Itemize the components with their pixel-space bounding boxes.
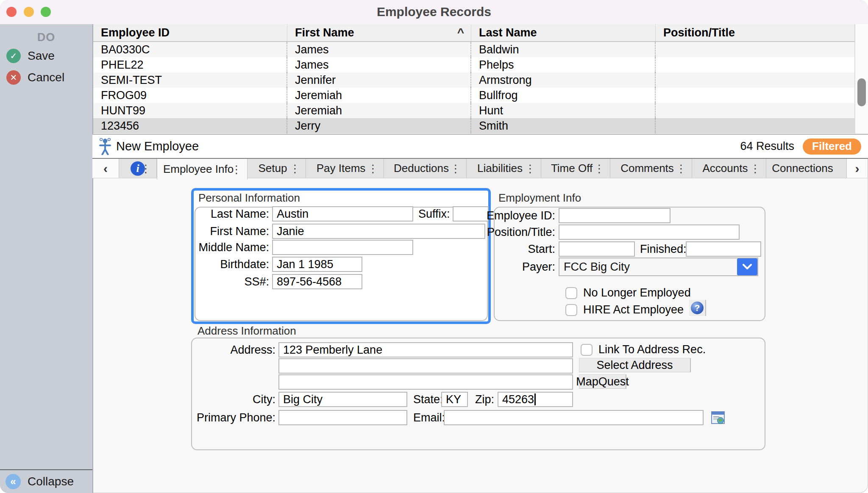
vertical-dots-icon[interactable]: ⋮ [594,162,605,175]
chevron-down-icon[interactable] [737,258,757,275]
first-name-label: First Name: [189,225,269,238]
zip-label: Zip: [475,393,494,406]
tab-setup[interactable]: Setup⋮ [248,159,306,178]
table-body: BA0330CJamesBaldwinPHEL22JamesPhelpsSEMI… [93,42,868,133]
state-field[interactable]: KY [441,392,468,407]
middle-name-field[interactable] [272,240,413,255]
finished-date-label: Finished: [640,243,682,256]
email-field[interactable] [444,410,704,425]
vertical-dots-icon[interactable]: ⋮ [676,162,687,175]
address-info-title: Address Information [198,324,296,338]
table-cell: Baldwin [471,42,656,57]
select-address-button[interactable]: Select Address [579,358,691,372]
save-label: Save [28,49,55,63]
zip-field[interactable]: 45263 [498,392,573,407]
personal-info-title: Personal Information [198,191,300,205]
collapse-icon: « [6,474,21,489]
table-row[interactable]: 123456JerrySmith [93,118,868,133]
filtered-badge[interactable]: Filtered [803,138,861,155]
tab-record-info[interactable]: i⋮ [119,159,157,178]
tab-time-off[interactable]: Time Off⋮ [541,159,610,178]
tab-connections[interactable]: Connections [766,159,847,178]
sort-asc-icon: ^ [457,26,464,39]
state-label: State: [413,393,439,406]
ssn-field[interactable]: 897-56-4568 [272,274,362,289]
vertical-dots-icon[interactable]: ⋮ [450,162,461,175]
start-date-field[interactable] [559,241,635,257]
text-cursor [534,393,536,405]
table-header-row: Employee IDFirst Name^Last NamePosition/… [93,24,868,42]
table-row[interactable]: FROG09JeremiahBullfrog [93,88,868,103]
tab-pay-items[interactable]: Pay Items⋮ [306,159,384,178]
vertical-dots-icon[interactable]: ⋮ [289,162,300,175]
link-to-address-checkbox[interactable] [581,344,593,356]
address-line3-field[interactable] [278,374,573,390]
table-cell: Hunt [471,103,656,118]
employee-table: Employee IDFirst Name^Last NamePosition/… [93,24,868,135]
table-cell: James [287,57,471,72]
table-row[interactable]: HUNT99JeremiahHunt [93,103,868,118]
address-line2-field[interactable] [278,358,573,374]
address-line1-field[interactable]: 123 Pemberly Lane [278,342,573,357]
table-scrollbar[interactable] [855,24,868,134]
primary-phone-field[interactable] [278,410,407,425]
tab-deductions[interactable]: Deductions⋮ [384,159,467,178]
city-label: City: [186,393,275,406]
mapquest-button[interactable]: MapQuest [579,374,626,389]
vertical-dots-icon[interactable]: ⋮ [750,162,761,175]
no-longer-employed-label: No Longer Employed [583,286,691,299]
save-button[interactable]: ✓ Save [0,47,92,64]
tab-liabilities[interactable]: Liabilities⋮ [467,159,541,178]
email-browser-icon[interactable] [711,410,725,425]
vertical-dots-icon[interactable]: ⋮ [525,162,536,175]
vertical-dots-icon[interactable]: ⋮ [367,162,378,175]
vertical-dots-icon[interactable]: ⋮ [140,162,151,175]
help-icon: ? [691,302,704,314]
table-cell: HUNT99 [93,103,287,118]
hire-act-help-button[interactable]: ? [689,300,706,316]
last-name-field[interactable]: Austin [272,206,413,222]
birthdate-label: Birthdate: [189,258,269,271]
check-icon: ✓ [6,49,21,63]
table-cell: Jeremiah [287,88,471,103]
cancel-button[interactable]: ✕ Cancel [0,69,92,86]
no-longer-employed-checkbox[interactable] [565,287,577,299]
tab-scroll-right-button[interactable]: › [847,159,868,178]
x-icon: ✕ [6,70,21,85]
table-row[interactable]: SEMI-TESTJenniferArmstrong [93,72,868,88]
app-window: Employee Records DO ✓ Save ✕ Cancel « Co… [0,0,868,493]
table-cell [656,42,855,57]
ssn-label: SS#: [189,275,269,288]
collapse-button[interactable]: « Collapse [0,469,92,493]
table-cell: Jerry [287,118,471,133]
finished-date-field[interactable] [686,241,761,257]
tab-accounts[interactable]: Accounts⋮ [692,159,766,178]
tab-employee-info[interactable]: Employee Info⋮ [157,159,248,180]
tab-scroll-left-button[interactable]: ‹ [92,159,119,178]
column-header-position-title[interactable]: Position/Title [656,24,855,41]
table-cell: Bullfrog [471,88,656,103]
table-row[interactable]: BA0330CJamesBaldwin [93,42,868,57]
payer-dropdown[interactable]: FCC Big City [559,258,758,276]
employee-id-field[interactable] [559,208,670,223]
table-cell: SEMI-TEST [93,72,287,88]
table-cell: Jennifer [287,72,471,88]
vertical-dots-icon[interactable]: ⋮ [231,163,242,176]
hire-act-checkbox[interactable] [565,304,577,316]
column-header-first-name[interactable]: First Name^ [287,24,471,41]
scrollbar-thumb[interactable] [857,78,866,106]
middle-name-label: Middle Name: [189,241,269,254]
column-header-employee-id[interactable]: Employee ID [93,24,287,41]
tab-comments[interactable]: Comments⋮ [610,159,692,178]
birthdate-field[interactable]: Jan 1 1985 [272,257,362,272]
position-title-field[interactable] [559,224,740,240]
start-date-label: Start: [483,243,555,256]
sidebar: DO ✓ Save ✕ Cancel « Collapse [0,24,93,493]
hire-act-label: HIRE Act Employee [583,303,684,316]
city-field[interactable]: Big City [278,392,407,407]
table-row[interactable]: PHEL22JamesPhelps [93,57,868,72]
column-header-last-name[interactable]: Last Name [471,24,656,41]
first-name-field[interactable]: Janie [272,224,485,239]
window-title: Employee Records [0,5,868,19]
employment-info-title: Employment Info [498,191,581,205]
